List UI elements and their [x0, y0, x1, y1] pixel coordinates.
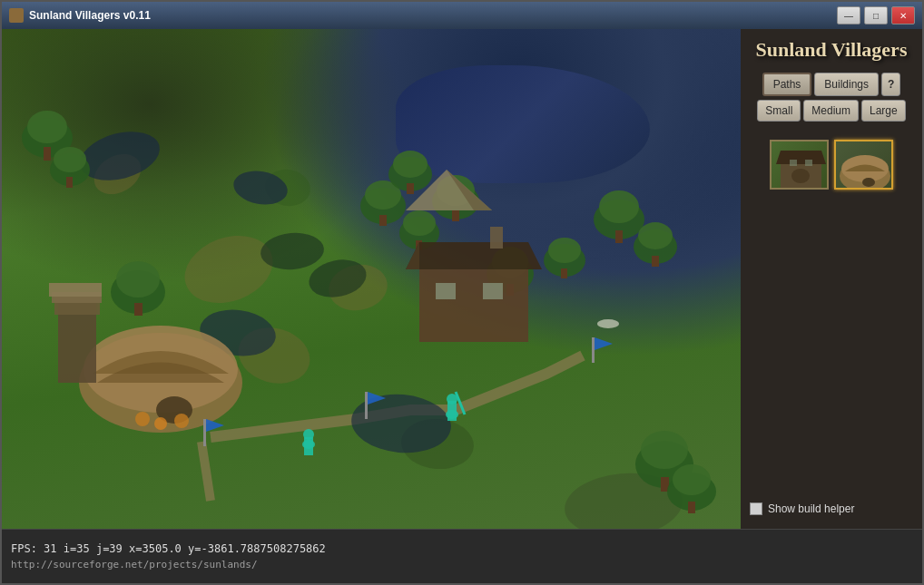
svg-point-10 — [54, 147, 86, 172]
svg-point-13 — [116, 261, 160, 297]
app-window: Sunland Villagers v0.11 — □ ✕ — [0, 0, 924, 585]
svg-point-31 — [641, 431, 688, 469]
svg-point-43 — [548, 238, 581, 263]
paths-button[interactable]: Paths — [762, 73, 812, 96]
title-text: Sunland Villagers v0.11 — [29, 9, 151, 22]
svg-marker-78 — [776, 151, 826, 164]
show-helper: Show build helper — [750, 502, 913, 515]
svg-rect-44 — [561, 268, 567, 278]
svg-rect-29 — [652, 256, 659, 267]
game-canvas[interactable] — [2, 29, 741, 529]
svg-marker-71 — [206, 419, 224, 432]
svg-point-51 — [154, 417, 167, 430]
svg-point-34 — [673, 464, 711, 495]
svg-rect-14 — [134, 303, 143, 316]
svg-rect-74 — [592, 337, 595, 363]
window-controls: — □ ✕ — [837, 6, 915, 24]
svg-point-2 — [259, 230, 325, 272]
helper-checkbox[interactable] — [750, 502, 762, 515]
toolbar-row-1: Paths Buildings ? — [750, 73, 913, 96]
svg-point-84 — [862, 178, 875, 187]
small-button[interactable]: Small — [757, 100, 801, 122]
building-thumb-2[interactable] — [834, 140, 893, 190]
large-button[interactable]: Large — [861, 100, 906, 122]
svg-point-0 — [74, 123, 165, 189]
building-thumb-1[interactable] — [770, 140, 829, 190]
buildings-button[interactable]: Buildings — [814, 73, 879, 96]
svg-rect-60 — [436, 283, 456, 299]
title-bar-left: Sunland Villagers v0.11 — [9, 8, 151, 23]
title-bar: Sunland Villagers v0.11 — □ ✕ — [2, 2, 922, 29]
svg-rect-56 — [49, 283, 102, 297]
svg-point-79 — [791, 169, 810, 183]
helper-label: Show build helper — [768, 502, 854, 515]
svg-marker-58 — [406, 242, 542, 269]
main-content: Sunland Villagers Paths Buildings ? Smal… — [2, 29, 922, 529]
building-thumb-2-icon — [836, 141, 893, 190]
svg-point-52 — [174, 414, 189, 428]
svg-point-28 — [638, 222, 673, 249]
svg-point-37 — [393, 151, 428, 178]
url-info: http://sourceforge.net/projects/sunlands… — [11, 559, 913, 570]
svg-rect-26 — [615, 230, 623, 243]
status-bar: FPS: 31 i=35 j=39 x=3505.0 y=-3861.78875… — [2, 529, 922, 583]
svg-point-7 — [27, 111, 67, 143]
svg-rect-61 — [483, 283, 503, 299]
maximize-button[interactable]: □ — [864, 6, 888, 24]
svg-rect-8 — [44, 147, 51, 161]
svg-rect-35 — [688, 502, 695, 513]
close-button[interactable]: ✕ — [891, 6, 915, 24]
svg-rect-62 — [490, 227, 503, 249]
svg-point-65 — [303, 429, 314, 440]
right-panel: Sunland Villagers Paths Buildings ? Smal… — [741, 29, 922, 529]
svg-rect-23 — [452, 210, 459, 221]
svg-rect-81 — [805, 160, 812, 166]
svg-rect-17 — [379, 215, 387, 226]
toolbar: Paths Buildings ? Small Medium Large — [750, 73, 913, 122]
fps-info: FPS: 31 i=35 j=39 x=3505.0 y=-3861.78875… — [11, 542, 913, 555]
svg-rect-38 — [407, 183, 414, 194]
medium-button[interactable]: Medium — [803, 100, 859, 122]
building-thumb-1-icon — [772, 141, 829, 190]
svg-point-76 — [597, 319, 619, 328]
building-thumbnails — [750, 140, 913, 190]
svg-rect-70 — [203, 419, 206, 446]
svg-rect-72 — [365, 392, 368, 419]
svg-rect-57 — [419, 269, 528, 342]
svg-point-1 — [231, 167, 290, 209]
svg-point-5 — [349, 390, 453, 456]
game-world-svg — [2, 29, 741, 529]
svg-rect-80 — [790, 160, 797, 166]
help-button[interactable]: ? — [881, 73, 900, 96]
toolbar-row-2: Small Medium Large — [750, 100, 913, 122]
svg-point-25 — [599, 190, 639, 223]
svg-rect-11 — [66, 177, 73, 188]
svg-marker-75 — [595, 337, 613, 350]
minimize-button[interactable]: — — [837, 6, 860, 24]
svg-point-50 — [135, 412, 150, 426]
game-title: Sunland Villagers — [750, 38, 913, 62]
svg-point-19 — [403, 210, 436, 236]
window-icon — [9, 8, 24, 23]
